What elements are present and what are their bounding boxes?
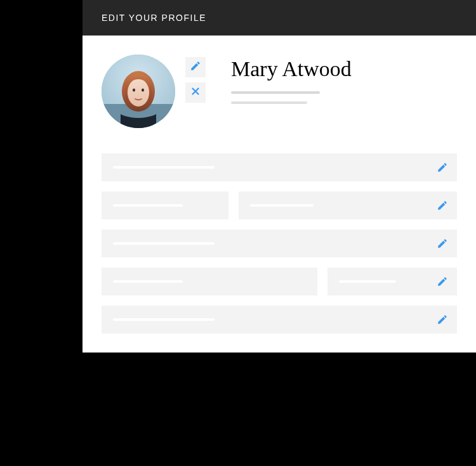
field-placeholder (113, 204, 183, 207)
edit-field-button[interactable] (437, 314, 448, 325)
avatar[interactable] (102, 55, 175, 128)
pencil-icon (190, 60, 201, 74)
field-3[interactable] (102, 230, 457, 257)
name-block: Mary Atwood (216, 55, 352, 112)
svg-point-4 (133, 89, 135, 92)
svg-point-5 (142, 89, 144, 92)
field-placeholder (113, 166, 215, 169)
close-icon (190, 86, 201, 100)
edit-field-button[interactable] (437, 200, 448, 211)
field-placeholder (339, 280, 396, 283)
field-placeholder (113, 280, 183, 283)
profile-header-row: Mary Atwood (102, 55, 457, 128)
edit-field-button[interactable] (437, 162, 448, 173)
edit-avatar-button[interactable] (185, 57, 206, 77)
field-5[interactable] (102, 306, 457, 333)
field-row-3 (102, 230, 457, 257)
avatar-actions (185, 55, 206, 103)
field-placeholder (250, 204, 314, 207)
field-row-5 (102, 306, 457, 333)
edit-field-button[interactable] (437, 238, 448, 249)
remove-avatar-button[interactable] (185, 82, 206, 103)
subtitle-placeholder-1 (231, 91, 320, 94)
panel-title: EDIT YOUR PROFILE (102, 13, 206, 23)
edit-profile-panel: EDIT YOUR PROFILE (83, 0, 476, 353)
field-row-1 (102, 153, 457, 181)
field-2b[interactable] (239, 191, 457, 219)
edit-field-button[interactable] (437, 276, 448, 287)
svg-point-3 (128, 79, 149, 107)
panel-header: EDIT YOUR PROFILE (83, 0, 476, 36)
avatar-image (102, 55, 175, 128)
field-2a[interactable] (102, 191, 228, 219)
panel-body: Mary Atwood (83, 36, 476, 353)
field-row-4 (102, 268, 457, 295)
field-4b[interactable] (327, 268, 457, 295)
subtitle-placeholder-2 (231, 101, 307, 104)
field-1[interactable] (102, 153, 457, 181)
field-4a[interactable] (102, 268, 317, 295)
field-row-2 (102, 191, 457, 219)
field-placeholder (113, 318, 215, 321)
field-placeholder (113, 242, 215, 245)
display-name: Mary Atwood (231, 57, 352, 81)
fields-section (102, 153, 457, 333)
